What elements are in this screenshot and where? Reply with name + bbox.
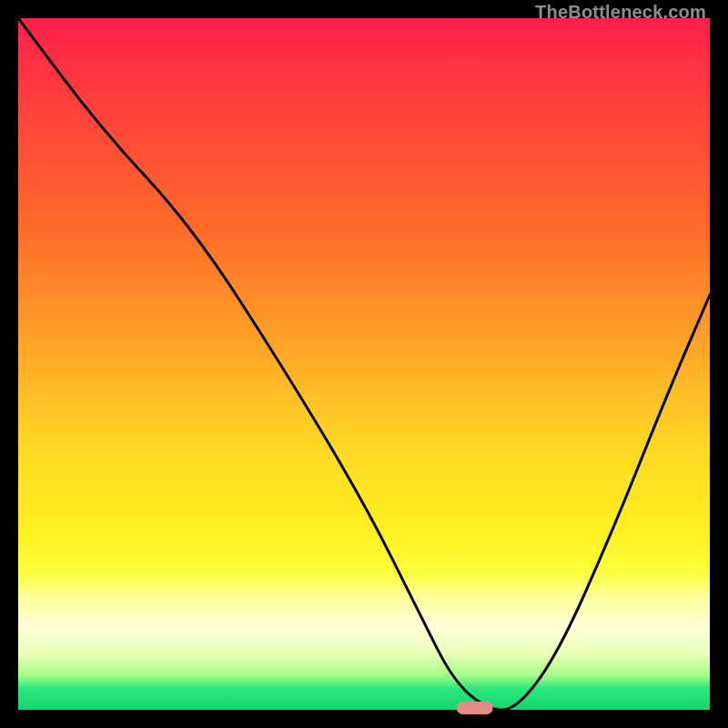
optimal-marker	[457, 702, 493, 714]
bottleneck-curve-path	[18, 18, 710, 710]
chart-container: TheBottleneck.com	[0, 0, 728, 728]
bottleneck-curve-svg	[18, 18, 710, 710]
